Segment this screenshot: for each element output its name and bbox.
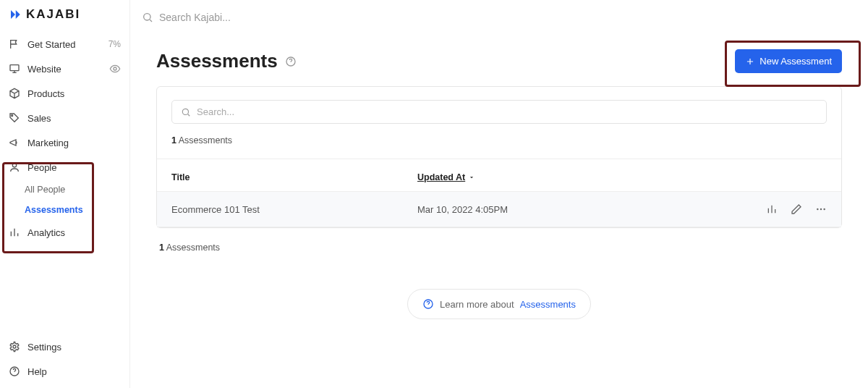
gear-icon [9,341,20,353]
search-icon [142,12,153,23]
page-title: Assessments [156,50,278,72]
sidebar-item-products[interactable]: Products [0,81,129,106]
sidebar-item-label: People [27,162,56,173]
megaphone-icon [9,137,20,148]
sidebar-item-website[interactable]: Website [0,56,129,81]
new-assessment-button[interactable]: New Assessment [735,49,842,73]
sidebar-item-settings[interactable]: Settings [0,334,129,359]
monitor-icon [9,63,20,75]
sidebar-item-label: Analytics [27,227,65,238]
assessment-count-top: 1 Assessments [171,135,827,146]
svg-point-2 [12,115,13,117]
sidebar-item-label: Sales [27,113,51,124]
plus-icon [745,56,755,67]
learn-more-link[interactable]: Assessments [520,299,576,310]
sidebar-item-help[interactable]: Help [0,359,129,384]
row-title: Ecommerce 101 Test [171,204,417,215]
help-circle-icon[interactable] [285,56,297,67]
sidebar-item-label: Settings [27,342,61,353]
sidebar-nav: Get Started 7% Website Products Sales Ma… [0,32,129,245]
page-content: Assessments New Assessment 1 Assessments [130,35,868,319]
sidebar-item-sales[interactable]: Sales [0,106,129,130]
svg-rect-0 [10,65,19,71]
sidebar-sub-all-people[interactable]: All People [25,180,129,200]
main-area: Assessments New Assessment 1 Assessments [130,0,868,388]
row-actions [766,203,827,215]
stats-icon[interactable] [766,203,778,215]
sidebar-item-label: Products [27,88,64,99]
sidebar-item-people[interactable]: People [0,155,129,180]
brand-text: KAJABI [26,7,80,22]
sidebar-item-label: Get Started [27,39,75,50]
cube-icon [9,88,20,99]
svg-point-8 [182,109,188,114]
tag-icon [9,112,20,124]
svg-point-4 [13,345,16,348]
caret-down-icon [468,174,475,181]
sidebar-item-get-started[interactable]: Get Started 7% [0,32,129,56]
svg-point-11 [823,208,825,210]
bars-icon [9,227,20,238]
table-header: Title Updated At [157,159,841,191]
assessment-count-bottom: 1 Assessments [156,242,842,253]
more-icon[interactable] [815,203,827,215]
column-updated-at[interactable]: Updated At [417,172,475,182]
search-icon [181,107,191,117]
brand-logo[interactable]: KAJABI [0,7,129,32]
sidebar-sub-assessments[interactable]: Assessments [25,200,129,220]
table-row[interactable]: Ecommerce 101 Test Mar 10, 2022 4:05PM [157,191,841,227]
learn-more-pill[interactable]: Learn more about Assessments [407,289,591,319]
row-updated-at: Mar 10, 2022 4:05PM [417,204,766,215]
flag-icon [9,38,20,50]
svg-point-9 [817,208,818,210]
sidebar: KAJABI Get Started 7% Website Products S… [0,0,130,388]
assessments-card: 1 Assessments Title Updated At Ecommerce… [156,86,842,228]
svg-point-3 [12,164,16,167]
global-search[interactable] [142,12,376,23]
svg-point-10 [820,208,822,210]
sidebar-item-label: Help [27,366,47,377]
svg-point-1 [114,67,116,70]
topbar [130,0,868,35]
sidebar-item-label: Website [27,64,61,75]
help-circle-icon [422,298,434,310]
new-assessment-label: New Assessment [760,56,832,67]
kajabi-logo-icon [9,8,22,21]
assessment-search-input[interactable] [197,106,817,117]
sidebar-item-marketing[interactable]: Marketing [0,130,129,155]
page-header: Assessments New Assessment [156,49,842,73]
assessment-search[interactable] [171,100,827,124]
sidebar-progress: 7% [109,39,121,49]
global-search-input[interactable] [159,12,376,23]
help-icon [9,366,20,377]
sidebar-item-label: Marketing [27,138,69,148]
sidebar-item-analytics[interactable]: Analytics [0,220,129,245]
learn-more-text: Learn more about [440,299,514,310]
sidebar-subnav-people: All People Assessments [0,180,129,220]
eye-icon [109,63,121,75]
svg-point-6 [144,14,150,20]
user-icon [9,161,20,173]
sidebar-bottom: Settings Help [0,334,129,388]
column-title[interactable]: Title [171,172,417,182]
edit-icon[interactable] [791,203,802,215]
